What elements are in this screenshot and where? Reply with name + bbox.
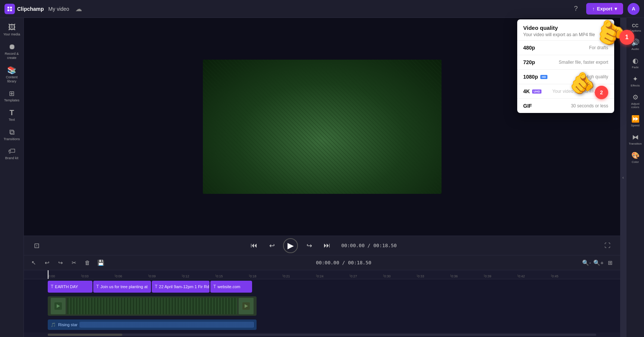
app-logo: Clipchamp	[4, 4, 44, 14]
sidebar-item-label: Transitions	[4, 137, 20, 141]
export-label: Export	[597, 6, 612, 12]
text-clip-website[interactable]: T website.com	[210, 281, 252, 293]
video-quality-title: Video quality	[523, 25, 608, 31]
quality-res-720p: 720p	[523, 59, 535, 65]
tree-overlay	[203, 60, 442, 194]
right-sidebar-item-color[interactable]: 🎨 Color	[627, 149, 644, 166]
text-clip-icon: T	[96, 284, 99, 289]
cursor-number-1: 1	[619, 30, 634, 45]
quality-label-gif: GIF	[523, 103, 532, 109]
ruler-mark-0: 0:00	[48, 274, 81, 278]
text-clip-april[interactable]: T 22 April 9am-12pm 1 Fir Rd	[152, 281, 210, 293]
scrollbar-track[interactable]	[48, 334, 596, 336]
timeline-toolbar: ↖ ↩ ↪ ✂ 🗑 💾 00:00.00 / 00:18.50 🔍- 🔍+ ⊞	[24, 255, 620, 270]
right-sidebar-item-fade[interactable]: ◐ Fade	[627, 54, 644, 71]
templates-icon: ⊞	[9, 89, 15, 98]
effects-icon: ✦	[632, 75, 638, 83]
screenshot-button[interactable]: ⊡	[30, 239, 43, 252]
right-sidebar-item-speed[interactable]: ⏩ Speed	[627, 113, 644, 129]
help-button[interactable]: ?	[570, 3, 582, 15]
ruler-mark-9: 0:09	[148, 274, 182, 278]
video-track-content	[67, 298, 237, 314]
quality-note-720p: Smaller file, faster export	[559, 60, 608, 65]
topbar: Clipchamp My video ☁ ? ↑ Export ▾ A	[0, 0, 644, 18]
sidebar-item-templates[interactable]: ⊞ Templates	[1, 87, 22, 105]
color-icon: 🎨	[631, 151, 640, 160]
sidebar-item-brand-kit[interactable]: 🏷 Brand kit	[1, 145, 22, 163]
content-library-icon: 📚	[7, 66, 16, 75]
save-button[interactable]: 💾	[95, 258, 106, 268]
sidebar-collapse-button[interactable]: ‹	[620, 18, 626, 337]
play-button[interactable]: ▶	[283, 238, 298, 253]
quality-res-4k: 4K	[523, 88, 530, 94]
text-clip-earth-day[interactable]: T EARTH DAY	[48, 281, 92, 293]
skip-forward-button[interactable]: ⏭	[320, 239, 334, 252]
brand-kit-icon: 🏷	[8, 147, 16, 155]
video-background	[203, 60, 442, 194]
forward-button[interactable]: ↪	[302, 239, 316, 252]
zoom-in-button[interactable]: 🔍+	[593, 258, 604, 268]
captions-icon: CC	[632, 23, 638, 28]
scrollbar-thumb[interactable]	[48, 334, 122, 336]
timeline-tracks: T EARTH DAY T Join us for tree planting …	[24, 279, 620, 333]
quality-option-gif[interactable]: GIF 30 seconds or less	[517, 99, 614, 113]
right-sidebar-item-label: Adjust colors	[628, 102, 643, 109]
text-icon: T	[9, 108, 14, 117]
redo-button[interactable]: ↪	[55, 258, 66, 268]
text-clip-icon: T	[51, 284, 53, 289]
quality-option-1080p[interactable]: 1080p HD High quality	[517, 70, 614, 84]
zoom-out-button[interactable]: 🔍-	[581, 258, 592, 268]
rewind-button[interactable]: ↩	[265, 239, 279, 252]
fullscreen-button[interactable]: ⛶	[601, 239, 614, 252]
text-track: T EARTH DAY T Join us for tree planting …	[48, 281, 252, 293]
text-clip-label: website.com	[217, 284, 240, 289]
right-sidebar-item-transition[interactable]: ⧓ Transition	[627, 131, 644, 148]
time-display: 00:00.00 / 00:18.50	[341, 243, 397, 248]
zoom-fit-button[interactable]: ⊞	[605, 258, 616, 268]
quality-label-720p: 720p	[523, 59, 535, 65]
sidebar-item-content-library[interactable]: 📚 Content library	[1, 63, 22, 86]
timeline-ruler: 0:00 0:03 0:06 0:09 0:12 0:15 0:18 0:21 …	[24, 270, 620, 279]
right-sidebar-item-adjust-colors[interactable]: ⚙ Adjust colors	[627, 91, 644, 111]
playhead[interactable]	[48, 270, 48, 279]
text-clip-icon: T	[213, 284, 216, 289]
video-title[interactable]: My video	[48, 6, 69, 12]
text-clip-label: EARTH DAY	[55, 284, 78, 289]
cut-button[interactable]: ✂	[69, 258, 79, 268]
sidebar-item-record-create[interactable]: ⏺ Record & create	[1, 40, 22, 62]
right-sidebar-item-effects[interactable]: ✦ Effects	[627, 73, 644, 89]
ruler-mark-45: 0:45	[551, 274, 585, 278]
sidebar-item-label: Text	[9, 118, 15, 122]
quality-note-1080p: High quality	[585, 74, 608, 79]
right-sidebar-item-label: Transition	[629, 142, 642, 145]
quality-res-gif: GIF	[523, 103, 532, 109]
skip-back-button[interactable]: ⏮	[247, 239, 261, 252]
audio-track[interactable]: 🎵 Rising star	[48, 319, 257, 330]
export-icon: ↑	[592, 6, 595, 12]
video-quality-subtitle: Your video will export as an MP4 file	[523, 32, 608, 37]
tl-total-time: 00:18.50	[348, 260, 371, 265]
export-button[interactable]: ↑ Export ▾	[586, 3, 623, 15]
cursor-number-2: 2	[595, 86, 608, 99]
delete-button[interactable]: 🗑	[82, 258, 92, 268]
sidebar-item-text[interactable]: T Text	[1, 106, 22, 124]
sidebar-item-transitions[interactable]: ⧉ Transitions	[1, 126, 22, 144]
ruler-marks: 0:00 0:03 0:06 0:09 0:12 0:15 0:18 0:21 …	[48, 270, 585, 279]
ruler-mark-6: 0:06	[115, 274, 148, 278]
sidebar-item-label: Content library	[3, 75, 21, 84]
quality-note-gif: 30 seconds or less	[571, 103, 608, 108]
sidebar-item-your-media[interactable]: 🖼 Your media	[1, 21, 22, 39]
quality-option-480p[interactable]: 480p For drafts	[517, 41, 614, 55]
undo-button[interactable]: ↩	[42, 258, 52, 268]
pointer-tool-button[interactable]: ↖	[28, 258, 39, 268]
video-track[interactable]	[48, 296, 257, 316]
quality-option-720p[interactable]: 720p Smaller file, faster export	[517, 55, 614, 70]
quality-label-4k: 4K UHD	[523, 88, 541, 94]
sidebar-item-label: Record & create	[3, 52, 21, 60]
audio-icon: 🎵	[51, 322, 56, 327]
fade-icon: ◐	[632, 57, 638, 65]
text-clip-join-us[interactable]: T Join us for tree planting at	[93, 281, 151, 293]
avatar-button[interactable]: A	[628, 3, 640, 15]
record-icon: ⏺	[8, 42, 16, 51]
sidebar-item-label: Brand kit	[5, 156, 19, 160]
